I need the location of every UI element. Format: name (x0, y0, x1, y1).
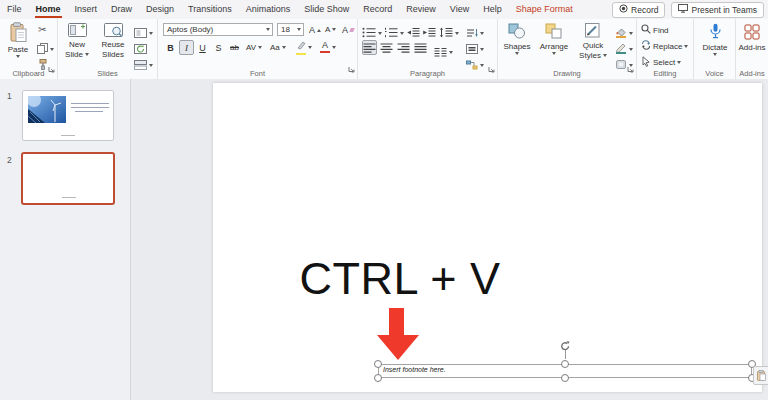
character-spacing-button[interactable]: AV (246, 43, 262, 52)
selection-handle-top-middle[interactable] (561, 360, 569, 368)
selection-handle-bottom-left[interactable] (374, 374, 382, 382)
reuse-slides-icon (104, 23, 123, 39)
align-right-button[interactable] (396, 40, 411, 55)
cut-button[interactable]: ✂ (38, 24, 46, 35)
arrange-label: Arrange (540, 42, 568, 51)
columns-button[interactable] (434, 43, 453, 61)
font-name-combobox[interactable]: Aptos (Body) (163, 23, 273, 36)
align-left-button[interactable] (362, 40, 377, 55)
tab-home[interactable]: Home (29, 0, 68, 19)
editing-group-label: Editing (637, 69, 693, 78)
font-group-label: Font (158, 69, 357, 78)
tab-shape-format[interactable]: Shape Format (509, 0, 580, 19)
menu-tab-bar: File Home Insert Draw Design Transitions… (0, 0, 768, 19)
select-button[interactable]: Select (641, 56, 681, 69)
slide-main-text[interactable]: CTRL + V (270, 253, 530, 305)
text-highlight-button[interactable] (296, 41, 312, 55)
slide-1-thumbnail[interactable] (22, 90, 114, 141)
present-in-teams-button[interactable]: Present in Teams (671, 2, 764, 18)
thumbnail-text-line (75, 111, 103, 112)
align-center-button[interactable] (379, 40, 394, 55)
replace-button[interactable]: Replace (641, 40, 688, 52)
font-size-combobox[interactable]: 18 (277, 23, 304, 36)
line-spacing-button[interactable] (439, 24, 459, 42)
tab-transitions[interactable]: Transitions (181, 0, 239, 19)
chevron-down-icon (480, 32, 484, 35)
ribbon-group-voice: Dictate Voice (694, 19, 736, 79)
tab-draw[interactable]: Draw (104, 0, 139, 19)
clipboard-dialog-launcher[interactable] (48, 59, 55, 77)
add-ins-button[interactable]: Add-ins (736, 24, 768, 52)
reuse-slides-button[interactable]: Reuse Slides (96, 23, 130, 59)
paragraph-group-label: Paragraph (358, 69, 497, 78)
search-icon (641, 24, 651, 36)
scissors-icon: ✂ (38, 24, 46, 35)
dictate-button[interactable]: Dictate (698, 23, 732, 56)
chevron-down-icon (85, 53, 89, 56)
ribbon-group-drawing: Shapes Arrange Quick Styles Drawing (498, 19, 637, 79)
chevron-down-icon (515, 52, 519, 55)
tab-design[interactable]: Design (139, 0, 181, 19)
quick-styles-label-line1: Quick (583, 41, 603, 50)
strikethrough-button[interactable]: ab (226, 40, 243, 55)
increase-font-size-button[interactable]: A (309, 25, 321, 35)
text-shadow-button[interactable]: S (211, 40, 226, 55)
selection-handle-bottom-middle[interactable] (561, 374, 569, 382)
bold-button[interactable]: B (163, 40, 178, 55)
thumbnail-footnote-dash (61, 135, 75, 136)
record-button[interactable]: Record (612, 2, 665, 18)
chevron-down-icon (282, 46, 286, 49)
tab-help[interactable]: Help (476, 0, 509, 19)
highlighter-pen-icon (296, 41, 306, 52)
paste-button[interactable]: Paste (2, 22, 34, 58)
tab-insert[interactable]: Insert (68, 0, 105, 19)
tab-review[interactable]: Review (399, 0, 443, 19)
present-button-label: Present in Teams (691, 5, 757, 15)
decrease-font-size-button[interactable]: A (325, 25, 336, 34)
tab-record[interactable]: Record (356, 0, 399, 19)
slide-canvas[interactable] (213, 83, 762, 392)
paste-options-button[interactable] (753, 366, 768, 385)
shapes-icon (508, 23, 526, 41)
red-arrow-stem[interactable] (389, 308, 404, 336)
find-button[interactable]: Find (641, 24, 669, 36)
select-label: Select (653, 58, 675, 67)
editing-workspace: CTRL + V Insert footnote here. (131, 79, 768, 400)
paragraph-dialog-launcher[interactable] (488, 59, 495, 77)
arrange-button[interactable]: Arrange (536, 23, 572, 55)
red-arrow-head[interactable] (377, 335, 419, 360)
microphone-icon (709, 23, 722, 42)
highlight-color-bar (296, 53, 306, 56)
grow-font-letter: A (309, 25, 315, 35)
chevron-down-icon (449, 51, 453, 54)
justify-button[interactable] (413, 40, 428, 55)
new-slide-button[interactable]: New Slide (60, 23, 94, 59)
clear-formatting-button[interactable]: A (342, 25, 354, 35)
tab-file[interactable]: File (0, 0, 29, 19)
font-dialog-launcher[interactable] (348, 59, 355, 77)
tab-view[interactable]: View (443, 0, 476, 19)
chevron-down-icon (480, 48, 484, 51)
arrange-icon (545, 23, 563, 41)
shapes-button[interactable]: Shapes (500, 23, 534, 55)
footnote-placeholder-text[interactable]: Insert footnote here. (383, 366, 446, 373)
selection-handle-top-left[interactable] (374, 360, 382, 368)
chevron-down-icon (603, 54, 607, 57)
quick-styles-button[interactable]: Quick Styles (574, 23, 612, 60)
italic-button[interactable]: I (179, 40, 194, 55)
ribbon: Paste ✂ Clipboard New Slide Reuse Slides… (0, 19, 768, 80)
voice-group-label: Voice (694, 69, 735, 78)
change-case-letters: Aa (270, 43, 280, 52)
dictate-label: Dictate (703, 43, 728, 52)
drawing-dialog-launcher[interactable] (627, 59, 634, 77)
font-color-button[interactable]: A (320, 41, 336, 53)
chevron-down-icon (297, 28, 301, 31)
change-case-button[interactable]: Aa (270, 43, 286, 52)
addins-group-label: Add-ins (736, 69, 768, 78)
tab-animations[interactable]: Animations (239, 0, 298, 19)
replace-icon (641, 40, 651, 52)
tab-slide-show[interactable]: Slide Show (297, 0, 356, 19)
font-color-bar (320, 51, 330, 54)
slide-2-thumbnail-selected[interactable] (21, 152, 115, 205)
underline-button[interactable]: U (195, 40, 210, 55)
